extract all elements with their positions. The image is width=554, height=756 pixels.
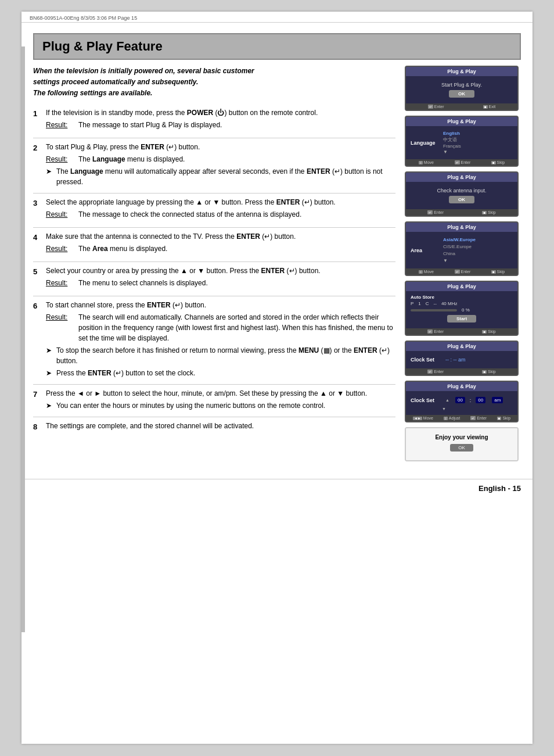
step-7-content: Press the ◄ or ► button to select the ho…: [46, 388, 395, 411]
step-3: 3 Select the appropriate language by pre…: [33, 197, 395, 221]
tv-screen-7-body: Clock Set ▲ 00 : 00 am ▼: [406, 391, 517, 415]
step-4-num: 4: [33, 231, 46, 243]
step-4: 4 Make sure that the antenna is connecte…: [33, 231, 395, 256]
step-6: 6 To start channel store, press the ENTE…: [33, 300, 395, 378]
tv-screen-6-title: Plug & Play: [406, 342, 517, 351]
enter-icon-1: ↵: [428, 105, 433, 109]
tv-screen-1-footer: ↵ Enter ■ Exit: [406, 103, 517, 110]
step-2: 2 To start Plug & Play, press the ENTER …: [33, 142, 395, 187]
step-1-num: 1: [33, 108, 46, 120]
tv-screen-6: Plug & Play Clock Set -- : -- am ↵ Enter: [405, 341, 519, 376]
tv-screen-2-title: Plug & Play: [406, 117, 517, 126]
tv-screen-6-footer: ↵ Enter ■ Skip: [406, 368, 517, 375]
skip-icon-5: ■: [482, 330, 487, 334]
exit-icon-1: ■: [483, 105, 488, 109]
tv-screen-7-footer: ◄► Move ↕ Adjust ↵ Enter ■: [406, 415, 517, 421]
tv-screen-8-body: Enjoy your viewing OK: [406, 428, 517, 460]
page-title: Plug & Play Feature: [42, 39, 512, 54]
intro-text: When the television is initially powered…: [33, 66, 395, 99]
enter-icon-7: ↵: [470, 416, 476, 420]
tv-screen-3-ok: OK: [449, 196, 474, 203]
tv-screen-7: Plug & Play Clock Set ▲ 00 : 00 am ▼: [405, 381, 519, 422]
move-icon-4: ↕: [419, 270, 423, 274]
tv-screen-3-footer: ↵ Enter ■ Skip: [406, 209, 517, 216]
tv-screen-6-body: Clock Set -- : -- am: [406, 351, 517, 368]
step-6-num: 6: [33, 300, 46, 312]
step-6-content: To start channel store, press the ENTER …: [46, 300, 395, 378]
step-8-content: The settings are complete, and the store…: [46, 421, 395, 431]
tv-screen-5-body: Auto Store P 1 C -- 40 MHz 0 % Start: [406, 291, 517, 328]
tv-screen-1-body: Start Plug & Play. OK: [406, 76, 517, 103]
tv-screen-5-start: Start: [447, 315, 476, 323]
step-2-num: 2: [33, 142, 46, 154]
tv-screen-3: Plug & Play Check antenna input. OK ↵ En…: [405, 171, 519, 217]
step-2-content: To start Plug & Play, press the ENTER (↵…: [46, 142, 395, 187]
tv-screen-4-body: Area Asia/W.Europe CIS/E.Europe China ▼: [406, 232, 517, 268]
skip-icon-7: ■: [497, 417, 502, 420]
step-5: 5 Select your country or area by pressin…: [33, 266, 395, 290]
tv-screen-1: Plug & Play Start Plug & Play. OK ↵ Ente…: [405, 66, 519, 111]
tv-screen-2: Plug & Play Language English 中文语 Françai…: [405, 116, 519, 167]
enter-icon-6: ↵: [427, 370, 433, 374]
step-8-num: 8: [33, 421, 46, 433]
enter-icon-2: ↵: [455, 160, 460, 164]
right-column: Plug & Play Start Plug & Play. OK ↵ Ente…: [405, 66, 521, 461]
tv-screen-1-title: Plug & Play: [406, 67, 517, 76]
tv-screen-5: Plug & Play Auto Store P 1 C -- 40 MHz: [405, 281, 519, 336]
tv-screen-4-footer: ↕ Move ↵ Enter ■ Skip: [406, 268, 517, 275]
tv-screen-5-footer: ↵ Enter ■ Skip: [406, 328, 517, 335]
tv-screen-1-ok: OK: [449, 90, 474, 98]
progress-bar: [411, 309, 457, 311]
skip-icon-2: ■: [491, 161, 496, 164]
adjust-icon-7: ↕: [444, 417, 448, 420]
enter-icon-5: ↵: [427, 329, 433, 334]
skip-icon-3: ■: [482, 211, 487, 214]
step-5-content: Select your country or area by pressing …: [46, 266, 395, 290]
skip-icon-6: ■: [482, 370, 487, 374]
tv-screen-7-title: Plug & Play: [406, 382, 517, 391]
content-area: When the television is initially powered…: [21, 66, 533, 473]
tv-screen-8: Enjoy your viewing OK: [405, 427, 519, 461]
move-icon-2: ↕: [419, 161, 423, 164]
page-header: BN68-00951A-00Eng 8/3/05 3:06 PM Page 15: [21, 12, 533, 23]
left-column: When the television is initially powered…: [33, 66, 395, 461]
step-1: 1 If the television is in standby mode, …: [33, 108, 395, 132]
skip-icon-4: ■: [491, 270, 496, 274]
step-4-content: Make sure that the antenna is connected …: [46, 231, 395, 256]
tv-screen-8-ok: OK: [450, 444, 473, 452]
title-box: Plug & Play Feature: [33, 33, 521, 60]
tv-screen-3-body: Check antenna input. OK: [406, 182, 517, 209]
tv-screen-5-title: Plug & Play: [406, 282, 517, 291]
tv-screen-4-title: Plug & Play: [406, 223, 517, 232]
move-icon-7: ◄►: [413, 417, 422, 420]
step-7-num: 7: [33, 388, 46, 400]
step-8: 8 The settings are complete, and the sto…: [33, 421, 395, 433]
enter-icon-4: ↵: [455, 270, 460, 274]
step-3-content: Select the appropriate language by press…: [46, 197, 395, 221]
footer-text: English - 15: [479, 484, 521, 493]
file-info: BN68-00951A-00Eng 8/3/05 3:06 PM Page 15: [30, 15, 137, 21]
step-3-num: 3: [33, 197, 46, 209]
enter-icon-3: ↵: [427, 210, 433, 214]
tv-screen-2-footer: ↕ Move ↵ Enter ■ Skip: [406, 159, 517, 166]
step-5-num: 5: [33, 266, 46, 278]
page-footer: English - 15: [21, 479, 533, 497]
step-1-content: If the television is in standby mode, pr…: [46, 108, 395, 132]
tv-screen-3-title: Plug & Play: [406, 173, 517, 182]
tv-screen-4: Plug & Play Area Asia/W.Europe CIS/E.Eur…: [405, 221, 519, 276]
tv-screen-2-body: Language English 中文语 Français ▼: [406, 126, 517, 159]
step-7: 7 Press the ◄ or ► button to select the …: [33, 388, 395, 411]
